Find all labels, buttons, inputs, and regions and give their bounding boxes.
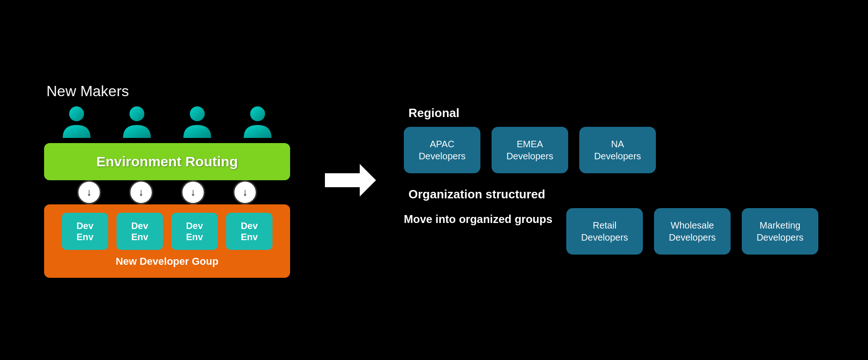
dev-env-row: DevEnv DevEnv DevEnv DevEnv — [62, 213, 272, 250]
retail-card: RetailDevelopers — [566, 208, 643, 255]
svg-marker-4 — [325, 164, 376, 196]
regional-title: Regional — [408, 106, 831, 120]
org-row: Move into organized groups RetailDevelop… — [404, 208, 831, 255]
people-row — [60, 105, 274, 139]
org-title: Organization structured — [408, 187, 831, 202]
down-arrow-4: ↓ — [233, 180, 257, 204]
svg-point-1 — [130, 106, 144, 121]
wholesale-card: WholesaleDevelopers — [654, 208, 731, 255]
svg-point-0 — [69, 106, 84, 121]
down-arrow-1: ↓ — [77, 180, 101, 204]
right-arrow-icon — [325, 164, 376, 196]
regional-cards-row: APACDevelopers EMEADevelopers NADevelope… — [404, 127, 831, 173]
dev-env-box-1: DevEnv — [62, 213, 108, 250]
right-section: Regional APACDevelopers EMEADevelopers N… — [404, 106, 831, 255]
dev-group-box: DevEnv DevEnv DevEnv DevEnv New Develope… — [44, 204, 290, 278]
person-icon-4 — [241, 105, 274, 139]
org-cards-row: RetailDevelopers WholesaleDevelopers Mar… — [566, 208, 818, 255]
emea-card: EMEADevelopers — [492, 127, 568, 173]
down-arrow-3: ↓ — [181, 180, 205, 204]
move-label: Move into organized groups — [404, 208, 552, 226]
dev-group-label: New Developer Goup — [116, 255, 218, 268]
routing-label: Environment Routing — [97, 154, 238, 170]
dev-env-box-2: DevEnv — [117, 213, 163, 250]
dev-env-box-3: DevEnv — [171, 213, 218, 250]
down-arrow-2: ↓ — [129, 180, 153, 204]
dev-env-box-4: DevEnv — [226, 213, 272, 250]
routing-box: Environment Routing — [44, 143, 290, 180]
person-icon-3 — [181, 105, 214, 139]
person-icon-1 — [60, 105, 93, 139]
new-makers-label: New Makers — [46, 83, 129, 100]
svg-point-2 — [190, 106, 205, 121]
regional-section: Regional APACDevelopers EMEADevelopers N… — [404, 106, 831, 173]
marketing-card: MarketingDevelopers — [742, 208, 818, 255]
arrows-row: ↓ ↓ ↓ ↓ — [44, 180, 290, 204]
middle-arrow — [325, 164, 376, 196]
na-card: NADevelopers — [579, 127, 656, 173]
org-section: Organization structured Move into organi… — [404, 187, 831, 255]
svg-point-3 — [250, 106, 265, 121]
diagram-container: New Makers — [0, 0, 868, 360]
person-icon-2 — [121, 105, 153, 139]
left-section: New Makers — [37, 83, 297, 278]
apac-card: APACDevelopers — [404, 127, 480, 173]
